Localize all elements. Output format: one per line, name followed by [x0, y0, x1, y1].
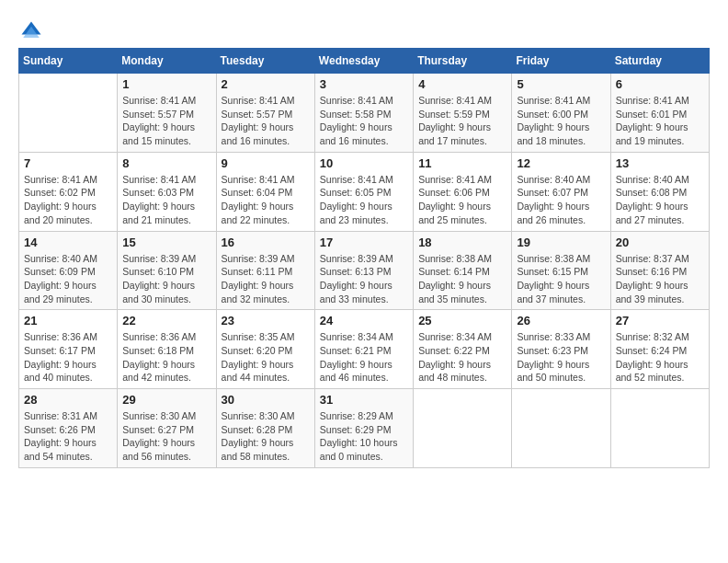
calendar-cell: 3Sunrise: 8:41 AM Sunset: 5:58 PM Daylig…: [314, 74, 413, 153]
weekday-header-tuesday: Tuesday: [216, 49, 314, 74]
day-info: Sunrise: 8:39 AM Sunset: 6:10 PM Dayligh…: [122, 252, 210, 306]
calendar-cell: 24Sunrise: 8:34 AM Sunset: 6:21 PM Dayli…: [314, 310, 413, 389]
logo: [18, 18, 46, 44]
day-info: Sunrise: 8:41 AM Sunset: 5:57 PM Dayligh…: [222, 94, 310, 148]
day-number: 28: [24, 393, 112, 407]
day-info: Sunrise: 8:36 AM Sunset: 6:17 PM Dayligh…: [24, 330, 112, 385]
day-number: 20: [616, 236, 704, 249]
day-number: 26: [517, 314, 605, 327]
day-number: 6: [616, 77, 704, 91]
day-number: 13: [616, 156, 704, 170]
day-number: 15: [122, 236, 210, 249]
calendar-cell: 31Sunrise: 8:29 AM Sunset: 6:29 PM Dayli…: [314, 389, 413, 468]
day-info: Sunrise: 8:34 AM Sunset: 6:22 PM Dayligh…: [418, 330, 506, 385]
calendar-cell: 26Sunrise: 8:33 AM Sunset: 6:23 PM Dayli…: [512, 310, 610, 389]
calendar-cell: 25Sunrise: 8:34 AM Sunset: 6:22 PM Dayli…: [414, 310, 512, 389]
day-info: Sunrise: 8:41 AM Sunset: 6:02 PM Dayligh…: [24, 173, 112, 227]
day-number: 30: [222, 393, 310, 407]
day-number: 5: [517, 77, 605, 91]
calendar-cell: 16Sunrise: 8:39 AM Sunset: 6:11 PM Dayli…: [216, 231, 314, 310]
calendar-cell: 17Sunrise: 8:39 AM Sunset: 6:13 PM Dayli…: [314, 231, 413, 310]
weekday-header-monday: Monday: [118, 49, 216, 74]
day-info: Sunrise: 8:41 AM Sunset: 6:01 PM Dayligh…: [616, 94, 704, 148]
weekday-header-friday: Friday: [512, 49, 610, 74]
day-info: Sunrise: 8:30 AM Sunset: 6:27 PM Dayligh…: [122, 409, 210, 464]
calendar-cell: 30Sunrise: 8:30 AM Sunset: 6:28 PM Dayli…: [216, 389, 314, 468]
weekday-header-sunday: Sunday: [19, 49, 118, 74]
day-info: Sunrise: 8:31 AM Sunset: 6:26 PM Dayligh…: [24, 409, 112, 464]
calendar-week-row: 28Sunrise: 8:31 AM Sunset: 6:26 PM Dayli…: [19, 389, 710, 468]
calendar-cell: [610, 389, 709, 468]
calendar-cell: 4Sunrise: 8:41 AM Sunset: 5:59 PM Daylig…: [414, 74, 512, 153]
calendar-week-row: 1Sunrise: 8:41 AM Sunset: 5:57 PM Daylig…: [19, 74, 710, 153]
day-number: 27: [616, 314, 704, 327]
calendar-week-row: 14Sunrise: 8:40 AM Sunset: 6:09 PM Dayli…: [19, 231, 710, 310]
day-number: 10: [320, 156, 408, 170]
day-number: 8: [122, 156, 210, 170]
day-number: 16: [222, 236, 310, 249]
day-info: Sunrise: 8:36 AM Sunset: 6:18 PM Dayligh…: [122, 330, 210, 385]
day-number: 3: [320, 77, 408, 91]
calendar-week-row: 7Sunrise: 8:41 AM Sunset: 6:02 PM Daylig…: [19, 152, 710, 231]
weekday-header-wednesday: Wednesday: [314, 49, 413, 74]
calendar-cell: [512, 389, 610, 468]
day-number: 9: [222, 156, 310, 170]
weekday-header-row: SundayMondayTuesdayWednesdayThursdayFrid…: [19, 49, 710, 74]
logo-icon: [18, 18, 44, 44]
calendar-cell: 8Sunrise: 8:41 AM Sunset: 6:03 PM Daylig…: [118, 152, 216, 231]
calendar-cell: 23Sunrise: 8:35 AM Sunset: 6:20 PM Dayli…: [216, 310, 314, 389]
calendar-cell: 21Sunrise: 8:36 AM Sunset: 6:17 PM Dayli…: [19, 310, 118, 389]
weekday-header-saturday: Saturday: [610, 49, 709, 74]
day-info: Sunrise: 8:29 AM Sunset: 6:29 PM Dayligh…: [320, 409, 408, 464]
day-info: Sunrise: 8:40 AM Sunset: 6:09 PM Dayligh…: [24, 252, 112, 306]
day-number: 12: [517, 156, 605, 170]
calendar-cell: 1Sunrise: 8:41 AM Sunset: 5:57 PM Daylig…: [118, 74, 216, 153]
calendar-cell: 9Sunrise: 8:41 AM Sunset: 6:04 PM Daylig…: [216, 152, 314, 231]
day-info: Sunrise: 8:40 AM Sunset: 6:07 PM Dayligh…: [517, 173, 605, 227]
day-number: 18: [418, 236, 506, 249]
day-info: Sunrise: 8:34 AM Sunset: 6:21 PM Dayligh…: [320, 330, 408, 385]
day-number: 11: [418, 156, 506, 170]
day-number: 23: [222, 314, 310, 327]
day-number: 22: [122, 314, 210, 327]
calendar-cell: 12Sunrise: 8:40 AM Sunset: 6:07 PM Dayli…: [512, 152, 610, 231]
day-info: Sunrise: 8:37 AM Sunset: 6:16 PM Dayligh…: [616, 252, 704, 306]
day-info: Sunrise: 8:41 AM Sunset: 6:04 PM Dayligh…: [222, 173, 310, 227]
calendar-cell: 19Sunrise: 8:38 AM Sunset: 6:15 PM Dayli…: [512, 231, 610, 310]
day-number: 14: [24, 236, 112, 249]
day-number: 31: [320, 393, 408, 407]
calendar-cell: 27Sunrise: 8:32 AM Sunset: 6:24 PM Dayli…: [610, 310, 709, 389]
calendar-cell: 14Sunrise: 8:40 AM Sunset: 6:09 PM Dayli…: [19, 231, 118, 310]
day-info: Sunrise: 8:40 AM Sunset: 6:08 PM Dayligh…: [616, 173, 704, 227]
calendar-table: SundayMondayTuesdayWednesdayThursdayFrid…: [18, 48, 710, 468]
calendar-cell: 10Sunrise: 8:41 AM Sunset: 6:05 PM Dayli…: [314, 152, 413, 231]
calendar-cell: 22Sunrise: 8:36 AM Sunset: 6:18 PM Dayli…: [118, 310, 216, 389]
calendar-cell: 2Sunrise: 8:41 AM Sunset: 5:57 PM Daylig…: [216, 74, 314, 153]
calendar-cell: 11Sunrise: 8:41 AM Sunset: 6:06 PM Dayli…: [414, 152, 512, 231]
calendar-cell: 28Sunrise: 8:31 AM Sunset: 6:26 PM Dayli…: [19, 389, 118, 468]
day-info: Sunrise: 8:41 AM Sunset: 6:06 PM Dayligh…: [418, 173, 506, 227]
day-info: Sunrise: 8:35 AM Sunset: 6:20 PM Dayligh…: [222, 330, 310, 385]
day-number: 21: [24, 314, 112, 327]
day-number: 29: [122, 393, 210, 407]
calendar-cell: 13Sunrise: 8:40 AM Sunset: 6:08 PM Dayli…: [610, 152, 709, 231]
day-info: Sunrise: 8:41 AM Sunset: 5:58 PM Dayligh…: [320, 94, 408, 148]
day-info: Sunrise: 8:38 AM Sunset: 6:15 PM Dayligh…: [517, 252, 605, 306]
calendar-cell: [19, 74, 118, 153]
day-number: 24: [320, 314, 408, 327]
day-info: Sunrise: 8:41 AM Sunset: 6:03 PM Dayligh…: [122, 173, 210, 227]
day-info: Sunrise: 8:39 AM Sunset: 6:11 PM Dayligh…: [222, 252, 310, 306]
day-info: Sunrise: 8:41 AM Sunset: 6:05 PM Dayligh…: [320, 173, 408, 227]
calendar-week-row: 21Sunrise: 8:36 AM Sunset: 6:17 PM Dayli…: [19, 310, 710, 389]
day-info: Sunrise: 8:41 AM Sunset: 5:57 PM Dayligh…: [122, 94, 210, 148]
day-info: Sunrise: 8:30 AM Sunset: 6:28 PM Dayligh…: [222, 409, 310, 464]
day-number: 7: [24, 156, 112, 170]
day-info: Sunrise: 8:32 AM Sunset: 6:24 PM Dayligh…: [616, 330, 704, 385]
day-info: Sunrise: 8:39 AM Sunset: 6:13 PM Dayligh…: [320, 252, 408, 306]
calendar-cell: 5Sunrise: 8:41 AM Sunset: 6:00 PM Daylig…: [512, 74, 610, 153]
calendar-cell: 20Sunrise: 8:37 AM Sunset: 6:16 PM Dayli…: [610, 231, 709, 310]
calendar-cell: 7Sunrise: 8:41 AM Sunset: 6:02 PM Daylig…: [19, 152, 118, 231]
calendar-cell: [414, 389, 512, 468]
day-number: 17: [320, 236, 408, 249]
day-info: Sunrise: 8:38 AM Sunset: 6:14 PM Dayligh…: [418, 252, 506, 306]
